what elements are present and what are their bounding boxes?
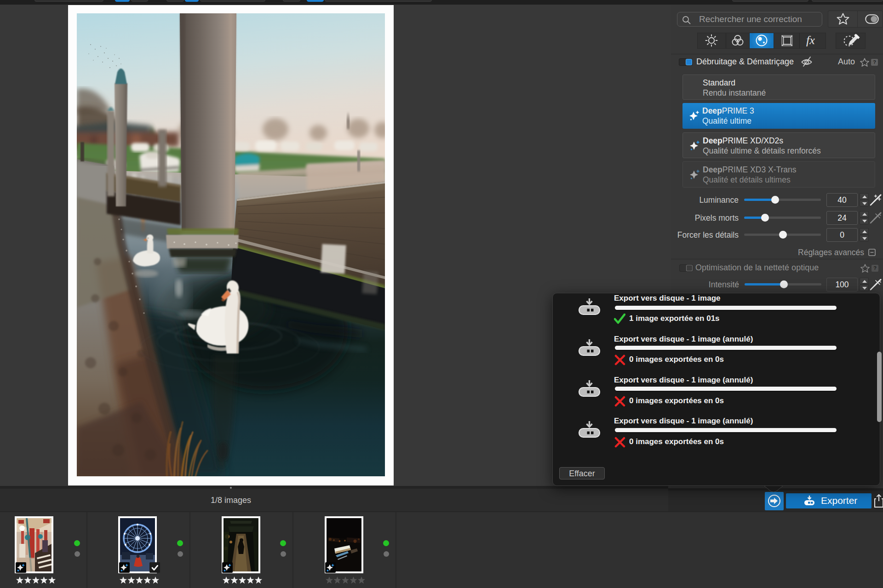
svg-text:fx: fx [806,34,815,47]
